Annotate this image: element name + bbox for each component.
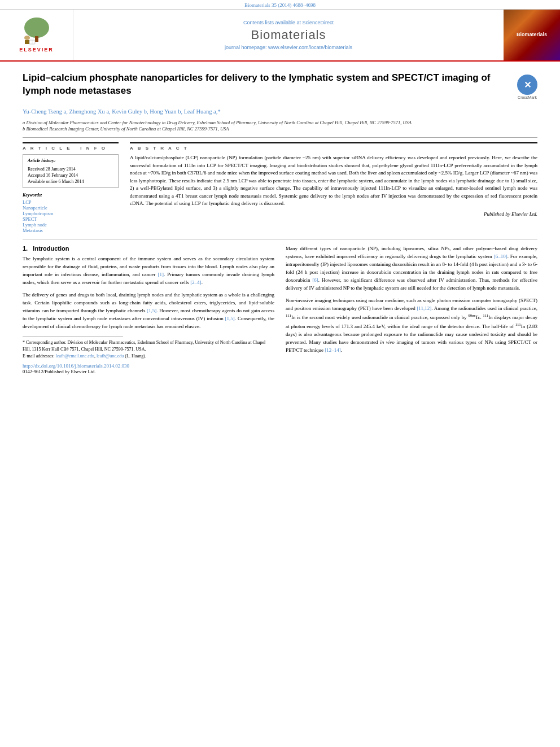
affiliations: a Division of Molecular Pharmaceutics an… [23,120,537,133]
intro-para-1: The lymphatic system is a central compon… [23,255,274,287]
intro-para-2: The delivery of genes and drugs to both … [23,291,274,331]
section1-num: 1. [23,245,28,252]
biomaterials-logo-text: Biomaterials [517,32,547,38]
doi-link[interactable]: http://dx.doi.org/10.1016/j.biomaterials… [23,363,274,369]
received-date: Received 28 January 2014 [28,167,76,172]
keyword-nanoparticle: Nanoparticle [23,205,119,211]
abstract-header: A B S T R A C T [130,142,537,151]
affiliation-b: b Biomedical Research Imaging Center, Un… [23,126,537,133]
body-left-col: 1. Introduction The lymphatic system is … [23,245,274,374]
authors-line: Yu-Cheng Tseng a, Zhenghong Xu a, Kevin … [23,108,537,116]
section1-name: Introduction [33,245,69,252]
topbar-text: Biomaterials 35 (2014) 4688–4698 [244,2,316,8]
footnote-divider [23,337,123,337]
elsevier-logo-box: ELSEVIER [0,10,73,60]
right-para-2: Non-invasive imaging techniques using nu… [286,297,537,355]
available-date: Available online 6 March 2014 [28,179,84,184]
journal-header: ELSEVIER Contents lists available at Sci… [0,10,560,62]
bio-logo-word: Biomaterials [517,32,547,37]
sciencedirect-text: Contents lists available at ScienceDirec… [243,20,334,25]
journal-reference: Biomaterials 35 (2014) 4688–4698 [0,0,560,10]
body-section: 1. Introduction The lymphatic system is … [23,245,537,374]
footnote-emails: E-mail addresses: leafh@email.unc.edu, l… [23,353,274,360]
section1-title: 1. Introduction [23,245,274,252]
crossmark-badge: ✕ CrossMark [517,75,537,99]
biomaterials-logo-box: Biomaterials [504,10,560,60]
body-right-col: Many different types of nanoparticle (NP… [286,245,537,374]
header-divider [23,137,537,138]
elsevier-logo-img [14,18,59,46]
elsevier-text: ELSEVIER [19,47,54,53]
abstract-col: A B S T R A C T A lipid/calcium/phosphat… [130,142,537,233]
article-title: Lipid–calcium phosphate nanoparticles fo… [23,72,511,98]
journal-title: Biomaterials [251,28,326,42]
authors-text: Yu-Cheng Tseng a, Zhenghong Xu a, Kevin … [23,108,221,115]
info-abstract-section: A R T I C L E I N F O Article history: R… [23,142,537,233]
article-info-header: A R T I C L E I N F O [23,142,119,151]
accepted-date: Accepted 16 February 2014 [28,173,78,178]
footnote-star: * Corresponding author. Division of Mole… [23,339,274,353]
keyword-metastasis: Metastasis [23,228,119,233]
body-divider [23,239,537,239]
article-history-title: Article history: [28,158,113,163]
doi-text: http://dx.doi.org/10.1016/j.biomaterials… [23,363,129,369]
issn-text: 0142-9612/Published by Elsevier Ltd. [23,369,274,374]
abstract-text: A lipid/calcium/phosphate (LCP) nanopart… [130,154,537,208]
svg-rect-3 [25,40,29,44]
svg-point-0 [24,18,49,38]
article-info-col: A R T I C L E I N F O Article history: R… [23,142,119,233]
affiliation-a: a Division of Molecular Pharmaceutics an… [23,120,537,126]
article-history-box: Article history: Received 28 January 201… [23,154,119,188]
journal-homepage: journal homepage: www.elsevier.com/locat… [225,45,352,50]
keyword-lymphotropism: Lymphotropism [23,211,119,216]
crossmark-circle: ✕ [517,75,537,95]
keyword-lymphnode: Lymph node [23,222,119,228]
svg-point-2 [24,36,30,40]
journal-center-header: Contents lists available at ScienceDirec… [73,10,504,60]
article-content: Lipid–calcium phosphate nanoparticles fo… [0,62,560,380]
right-para-1: Many different types of nanoparticle (NP… [286,245,537,292]
published-by: Published by Elsevier Ltd. [130,211,537,217]
keywords-list: LCP Nanoparticle Lymphotropism SPECT Lym… [23,199,119,233]
elsevier-tree-icon [17,16,56,47]
keyword-lcp: LCP [23,199,119,205]
svg-rect-1 [35,36,38,42]
keyword-spect: SPECT [23,216,119,222]
keywords-title: Keywords: [23,193,119,198]
